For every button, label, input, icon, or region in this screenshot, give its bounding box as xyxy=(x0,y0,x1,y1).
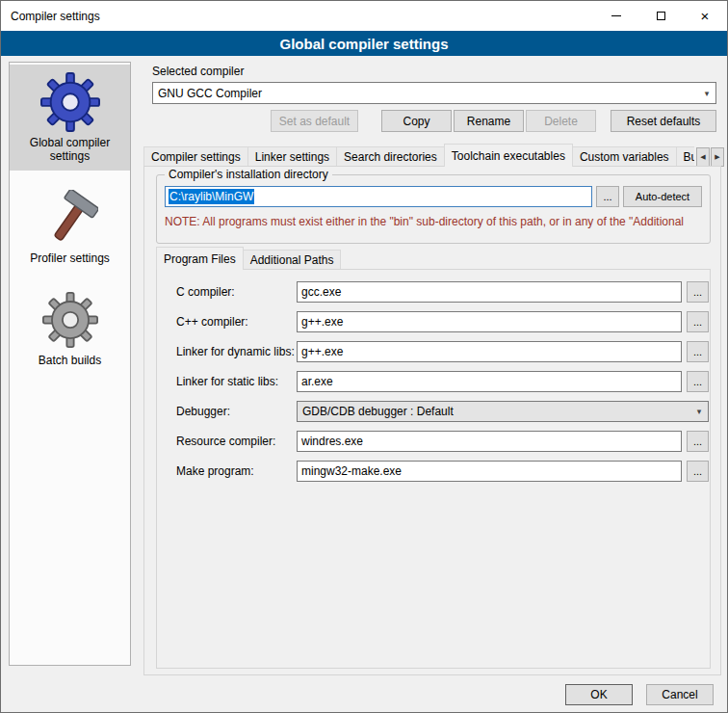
static-linker-label: Linker for static libs: xyxy=(176,371,278,392)
resource-compiler-row: Resource compiler: ... xyxy=(157,431,710,452)
compiler-settings-dialog: Compiler settings × Global compiler sett… xyxy=(0,0,728,713)
bin-subdirectory-note: NOTE: All programs must exist either in … xyxy=(165,215,706,228)
window-title: Compiler settings xyxy=(1,10,100,23)
delete-button[interactable]: Delete xyxy=(526,110,596,132)
gear-blue-icon xyxy=(12,70,128,134)
program-files-panel: C compiler: ... C++ compiler: ... Linker… xyxy=(156,269,711,669)
installation-directory-legend: Compiler's installation directory xyxy=(165,168,332,181)
sidebar-item-label: Profiler settings xyxy=(12,250,128,265)
minimize-button[interactable] xyxy=(594,1,638,31)
cpp-compiler-label: C++ compiler: xyxy=(176,311,248,332)
debugger-dropdown[interactable]: GDB/CDB debugger : Default ▾ xyxy=(297,401,709,422)
titlebar: Compiler settings × xyxy=(1,1,727,31)
resource-compiler-label: Resource compiler: xyxy=(176,431,275,452)
cancel-button[interactable]: Cancel xyxy=(646,684,714,705)
tab-build-options[interactable]: Build options xyxy=(676,146,694,167)
set-as-default-button[interactable]: Set as default xyxy=(271,110,358,132)
dynamic-linker-browse-button[interactable]: ... xyxy=(687,341,709,362)
c-compiler-browse-button[interactable]: ... xyxy=(687,281,709,303)
tab-toolchain-executables[interactable]: Toolchain executables xyxy=(444,144,573,167)
gear-gray-icon xyxy=(12,288,128,352)
toolchain-executables-panel: Compiler's installation directory C:\ray… xyxy=(143,166,721,675)
sidebar-item-label: Global compiler settings xyxy=(12,134,128,163)
static-linker-input[interactable] xyxy=(297,371,682,392)
sidebar-item-label: Batch builds xyxy=(12,352,128,367)
static-linker-browse-button[interactable]: ... xyxy=(687,371,709,392)
reset-defaults-button[interactable]: Reset defaults xyxy=(611,110,716,132)
compiler-tabs: Compiler settings Linker settings Search… xyxy=(143,144,694,167)
make-program-browse-button[interactable]: ... xyxy=(687,461,709,482)
tab-compiler-settings[interactable]: Compiler settings xyxy=(143,146,248,167)
main-content: Selected compiler GNU GCC Compiler ▾ Set… xyxy=(141,59,721,681)
c-compiler-label: C compiler: xyxy=(176,281,235,303)
debugger-row: Debugger: GDB/CDB debugger : Default ▾ xyxy=(157,401,710,422)
settings-sidebar: Global compiler settings Profiler settin… xyxy=(9,62,131,666)
close-button[interactable]: × xyxy=(683,1,727,31)
c-compiler-row: C compiler: ... xyxy=(157,281,710,303)
tab-program-files[interactable]: Program Files xyxy=(156,247,244,270)
chevron-down-icon: ▾ xyxy=(690,407,708,416)
dynamic-linker-input[interactable] xyxy=(297,341,682,362)
dynamic-linker-label: Linker for dynamic libs: xyxy=(176,341,295,362)
c-compiler-input[interactable] xyxy=(297,281,682,303)
installation-directory-row: C:\raylib\MinGW ... Auto-detect xyxy=(165,186,702,207)
cpp-compiler-browse-button[interactable]: ... xyxy=(687,311,709,332)
page-title: Global compiler settings xyxy=(1,31,727,56)
install-dir-input[interactable]: C:\raylib\MinGW xyxy=(165,186,592,207)
autodetect-button[interactable]: Auto-detect xyxy=(623,186,702,207)
rename-button[interactable]: Rename xyxy=(454,110,524,132)
ok-button[interactable]: OK xyxy=(565,684,633,705)
maximize-button[interactable] xyxy=(638,1,683,31)
close-icon: × xyxy=(701,9,710,23)
sidebar-item-profiler-settings[interactable]: Profiler settings xyxy=(10,180,130,273)
debugger-value: GDB/CDB debugger : Default xyxy=(302,405,690,418)
copy-button[interactable]: Copy xyxy=(381,110,452,132)
sidebar-item-global-compiler-settings[interactable]: Global compiler settings xyxy=(10,65,130,171)
tab-linker-settings[interactable]: Linker settings xyxy=(247,146,337,167)
resource-compiler-input[interactable] xyxy=(297,431,682,452)
make-program-label: Make program: xyxy=(176,461,254,482)
dynamic-linker-row: Linker for dynamic libs: ... xyxy=(157,341,710,362)
debugger-label: Debugger: xyxy=(176,401,230,422)
cpp-compiler-row: C++ compiler: ... xyxy=(157,311,710,332)
tab-additional-paths[interactable]: Additional Paths xyxy=(243,250,342,270)
program-tabs: Program Files Additional Paths xyxy=(156,248,340,270)
window-controls: × xyxy=(594,1,727,31)
arrow-left-icon: ◀ xyxy=(700,153,705,161)
resource-compiler-browse-button[interactable]: ... xyxy=(687,431,709,452)
make-program-input[interactable] xyxy=(297,461,682,482)
maximize-icon xyxy=(657,12,665,20)
tab-scroll-left-button[interactable]: ◀ xyxy=(696,147,710,167)
profiler-tool-icon xyxy=(12,186,128,250)
install-dir-value: C:\raylib\MinGW xyxy=(169,189,254,204)
tab-scroll-right-button[interactable]: ▶ xyxy=(711,147,724,167)
tab-search-directories[interactable]: Search directories xyxy=(336,146,445,167)
install-dir-browse-button[interactable]: ... xyxy=(596,186,619,207)
make-program-row: Make program: ... xyxy=(157,461,710,482)
selected-compiler-label: Selected compiler xyxy=(152,65,244,78)
sidebar-item-batch-builds[interactable]: Batch builds xyxy=(10,282,130,375)
minimize-icon xyxy=(611,15,621,16)
tab-custom-variables[interactable]: Custom variables xyxy=(572,146,677,167)
cpp-compiler-input[interactable] xyxy=(297,311,682,332)
installation-directory-group: Compiler's installation directory C:\ray… xyxy=(156,174,711,244)
static-linker-row: Linker for static libs: ... xyxy=(157,371,710,392)
selected-compiler-value: GNU GCC Compiler xyxy=(158,87,698,100)
arrow-right-icon: ▶ xyxy=(715,153,719,161)
chevron-down-icon: ▾ xyxy=(698,89,715,98)
selected-compiler-dropdown[interactable]: GNU GCC Compiler ▾ xyxy=(152,82,716,104)
